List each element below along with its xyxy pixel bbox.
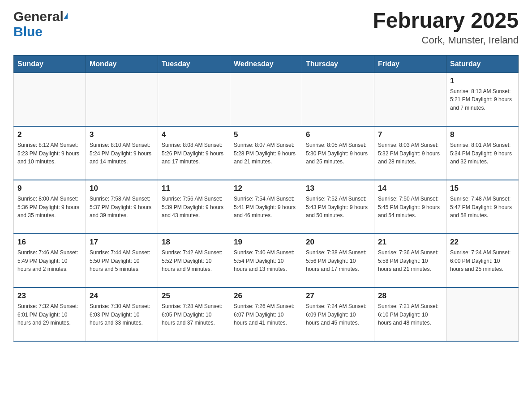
day-info: Sunrise: 7:44 AM Sunset: 5:50 PM Dayligh…	[90, 248, 154, 274]
day-info: Sunrise: 7:56 AM Sunset: 5:39 PM Dayligh…	[162, 195, 226, 220]
calendar-cell: 23Sunrise: 7:32 AM Sunset: 6:01 PM Dayli…	[14, 287, 86, 341]
location-subtitle: Cork, Munster, Ireland	[373, 34, 519, 46]
day-info: Sunrise: 7:50 AM Sunset: 5:45 PM Dayligh…	[378, 195, 442, 220]
calendar-cell: 13Sunrise: 7:52 AM Sunset: 5:43 PM Dayli…	[302, 180, 374, 234]
weekday-header-friday: Friday	[374, 55, 446, 73]
calendar-cell: 27Sunrise: 7:24 AM Sunset: 6:09 PM Dayli…	[302, 287, 374, 341]
day-number: 26	[234, 291, 298, 300]
weekday-header-tuesday: Tuesday	[158, 55, 230, 73]
day-number: 23	[17, 291, 82, 300]
day-number: 1	[450, 77, 515, 86]
title-block: February 2025 Cork, Munster, Ireland	[373, 9, 519, 46]
day-info: Sunrise: 7:40 AM Sunset: 5:54 PM Dayligh…	[234, 248, 298, 274]
day-number: 27	[306, 291, 370, 300]
day-number: 7	[378, 130, 442, 139]
weekday-header-monday: Monday	[86, 55, 158, 73]
day-number: 28	[378, 291, 442, 300]
day-info: Sunrise: 7:21 AM Sunset: 6:10 PM Dayligh…	[378, 302, 442, 327]
day-number: 4	[162, 130, 226, 139]
day-number: 11	[162, 184, 226, 193]
day-info: Sunrise: 7:34 AM Sunset: 6:00 PM Dayligh…	[450, 248, 515, 274]
page-header: General Blue February 2025 Cork, Munster…	[13, 9, 519, 46]
day-info: Sunrise: 7:32 AM Sunset: 6:01 PM Dayligh…	[17, 302, 82, 327]
logo-triangle-icon	[64, 13, 68, 19]
calendar-cell: 20Sunrise: 7:38 AM Sunset: 5:56 PM Dayli…	[302, 234, 374, 287]
calendar-cell	[374, 73, 446, 126]
day-info: Sunrise: 7:24 AM Sunset: 6:09 PM Dayligh…	[306, 302, 370, 327]
calendar-cell: 9Sunrise: 8:00 AM Sunset: 5:36 PM Daylig…	[14, 180, 86, 234]
logo: General Blue	[13, 9, 68, 39]
day-info: Sunrise: 8:08 AM Sunset: 5:26 PM Dayligh…	[162, 141, 226, 166]
calendar-cell: 6Sunrise: 8:05 AM Sunset: 5:30 PM Daylig…	[302, 126, 374, 180]
logo-blue-text: Blue	[13, 24, 43, 39]
day-number: 15	[450, 184, 515, 193]
day-info: Sunrise: 7:46 AM Sunset: 5:49 PM Dayligh…	[17, 248, 82, 274]
day-info: Sunrise: 7:30 AM Sunset: 6:03 PM Dayligh…	[90, 302, 154, 327]
day-number: 21	[378, 238, 442, 247]
day-info: Sunrise: 7:54 AM Sunset: 5:41 PM Dayligh…	[234, 195, 298, 220]
month-title: February 2025	[373, 9, 519, 33]
day-info: Sunrise: 8:01 AM Sunset: 5:34 PM Dayligh…	[450, 141, 515, 166]
calendar-week-4: 16Sunrise: 7:46 AM Sunset: 5:49 PM Dayli…	[14, 234, 519, 287]
calendar-cell: 4Sunrise: 8:08 AM Sunset: 5:26 PM Daylig…	[158, 126, 230, 180]
calendar-body: 1Sunrise: 8:13 AM Sunset: 5:21 PM Daylig…	[14, 73, 519, 341]
day-number: 5	[234, 130, 298, 139]
calendar-cell: 26Sunrise: 7:26 AM Sunset: 6:07 PM Dayli…	[230, 287, 302, 341]
day-number: 6	[306, 130, 370, 139]
calendar-cell	[86, 73, 158, 126]
day-info: Sunrise: 8:00 AM Sunset: 5:36 PM Dayligh…	[17, 195, 82, 220]
day-number: 9	[17, 184, 82, 193]
calendar-cell: 18Sunrise: 7:42 AM Sunset: 5:52 PM Dayli…	[158, 234, 230, 287]
day-number: 18	[162, 238, 226, 247]
day-info: Sunrise: 7:28 AM Sunset: 6:05 PM Dayligh…	[162, 302, 226, 327]
calendar-cell: 16Sunrise: 7:46 AM Sunset: 5:49 PM Dayli…	[14, 234, 86, 287]
calendar-cell: 7Sunrise: 8:03 AM Sunset: 5:32 PM Daylig…	[374, 126, 446, 180]
calendar-header: SundayMondayTuesdayWednesdayThursdayFrid…	[14, 55, 519, 73]
calendar-cell: 2Sunrise: 8:12 AM Sunset: 5:23 PM Daylig…	[14, 126, 86, 180]
calendar-cell: 25Sunrise: 7:28 AM Sunset: 6:05 PM Dayli…	[158, 287, 230, 341]
weekday-header-thursday: Thursday	[302, 55, 374, 73]
day-number: 16	[17, 238, 82, 247]
day-info: Sunrise: 7:48 AM Sunset: 5:47 PM Dayligh…	[450, 195, 515, 220]
calendar-cell: 24Sunrise: 7:30 AM Sunset: 6:03 PM Dayli…	[86, 287, 158, 341]
calendar-cell: 12Sunrise: 7:54 AM Sunset: 5:41 PM Dayli…	[230, 180, 302, 234]
day-info: Sunrise: 7:26 AM Sunset: 6:07 PM Dayligh…	[234, 302, 298, 327]
calendar-cell: 19Sunrise: 7:40 AM Sunset: 5:54 PM Dayli…	[230, 234, 302, 287]
day-info: Sunrise: 8:05 AM Sunset: 5:30 PM Dayligh…	[306, 141, 370, 166]
day-info: Sunrise: 7:58 AM Sunset: 5:37 PM Dayligh…	[90, 195, 154, 220]
calendar-cell	[446, 287, 519, 341]
day-number: 20	[306, 238, 370, 247]
calendar-week-2: 2Sunrise: 8:12 AM Sunset: 5:23 PM Daylig…	[14, 126, 519, 180]
weekday-header-saturday: Saturday	[446, 55, 519, 73]
calendar-week-5: 23Sunrise: 7:32 AM Sunset: 6:01 PM Dayli…	[14, 287, 519, 341]
day-info: Sunrise: 7:38 AM Sunset: 5:56 PM Dayligh…	[306, 248, 370, 274]
calendar-cell: 15Sunrise: 7:48 AM Sunset: 5:47 PM Dayli…	[446, 180, 519, 234]
day-info: Sunrise: 8:03 AM Sunset: 5:32 PM Dayligh…	[378, 141, 442, 166]
day-info: Sunrise: 8:13 AM Sunset: 5:21 PM Dayligh…	[450, 87, 515, 112]
day-number: 2	[17, 130, 82, 139]
day-number: 22	[450, 238, 515, 247]
day-number: 13	[306, 184, 370, 193]
calendar-cell: 17Sunrise: 7:44 AM Sunset: 5:50 PM Dayli…	[86, 234, 158, 287]
calendar-cell: 21Sunrise: 7:36 AM Sunset: 5:58 PM Dayli…	[374, 234, 446, 287]
calendar-week-1: 1Sunrise: 8:13 AM Sunset: 5:21 PM Daylig…	[14, 73, 519, 126]
calendar-cell: 3Sunrise: 8:10 AM Sunset: 5:24 PM Daylig…	[86, 126, 158, 180]
day-info: Sunrise: 7:42 AM Sunset: 5:52 PM Dayligh…	[162, 248, 226, 274]
calendar-cell: 5Sunrise: 8:07 AM Sunset: 5:28 PM Daylig…	[230, 126, 302, 180]
calendar-week-3: 9Sunrise: 8:00 AM Sunset: 5:36 PM Daylig…	[14, 180, 519, 234]
calendar-cell	[302, 73, 374, 126]
day-number: 14	[378, 184, 442, 193]
day-info: Sunrise: 8:07 AM Sunset: 5:28 PM Dayligh…	[234, 141, 298, 166]
day-number: 25	[162, 291, 226, 300]
day-number: 8	[450, 130, 515, 139]
day-info: Sunrise: 8:12 AM Sunset: 5:23 PM Dayligh…	[17, 141, 82, 166]
calendar-cell: 28Sunrise: 7:21 AM Sunset: 6:10 PM Dayli…	[374, 287, 446, 341]
calendar-table: SundayMondayTuesdayWednesdayThursdayFrid…	[13, 55, 519, 342]
calendar-cell	[158, 73, 230, 126]
calendar-cell: 8Sunrise: 8:01 AM Sunset: 5:34 PM Daylig…	[446, 126, 519, 180]
weekday-header-row: SundayMondayTuesdayWednesdayThursdayFrid…	[14, 55, 519, 73]
day-number: 3	[90, 130, 154, 139]
day-number: 17	[90, 238, 154, 247]
calendar-cell	[14, 73, 86, 126]
calendar-cell: 14Sunrise: 7:50 AM Sunset: 5:45 PM Dayli…	[374, 180, 446, 234]
